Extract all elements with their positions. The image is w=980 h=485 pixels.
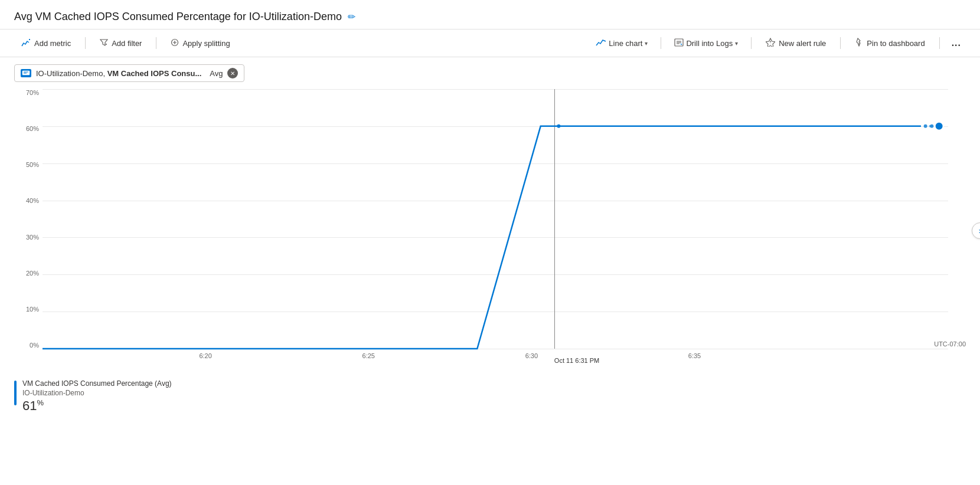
x-label-620: 6:20 (199, 352, 211, 359)
utc-label: UTC-07:00 (934, 340, 966, 348)
y-label-70: 70% (26, 89, 43, 96)
apply-splitting-icon (171, 38, 179, 48)
metric-metric-text: VM Cached IOPS Consu... (107, 69, 202, 78)
legend-subtitle: IO-Utilization-Demo (22, 389, 172, 397)
toolbar-left: Add metric Add filter (14, 35, 590, 52)
svg-point-9 (936, 124, 940, 128)
title-bar: Avg VM Cached IOPS Consumed Percentage f… (0, 0, 980, 29)
add-filter-icon (100, 38, 108, 48)
metric-pill-avg: Avg (210, 69, 223, 78)
metric-pill-close-button[interactable]: ✕ (227, 68, 238, 78)
metric-pill-name: IO-Utilization-Demo, VM Cached IOPS Cons… (36, 69, 201, 78)
drill-logs-button[interactable]: Drill into Logs ▾ (668, 35, 744, 52)
chart-svg (43, 89, 948, 349)
metric-area: IO-Utilization-Demo, VM Cached IOPS Cons… (0, 57, 980, 89)
apply-splitting-button[interactable]: Apply splitting (164, 35, 237, 52)
x-axis: 6:20 6:25 6:30 Oct 11 6:31 PM 6:35 (43, 349, 948, 372)
legend-number: 61 (22, 398, 37, 413)
y-label-10: 10% (26, 306, 43, 313)
metric-name-text: IO-Utilization-Demo (36, 69, 103, 78)
legend-text: VM Cached IOPS Consumed Percentage (Avg)… (22, 379, 172, 414)
separator-3 (661, 37, 661, 49)
legend-value: 61% (22, 398, 172, 414)
more-options-button[interactable]: ... (947, 34, 966, 52)
line-chart-chevron: ▾ (645, 40, 648, 47)
edit-icon[interactable]: ✏ (348, 11, 355, 22)
vm-icon (21, 69, 31, 77)
legend-title: VM Cached IOPS Consumed Percentage (Avg) (22, 379, 172, 388)
x-label-630: 6:30 (525, 352, 538, 359)
pin-dashboard-button[interactable]: Pin to dashboard (848, 34, 932, 52)
legend-color-bar (14, 381, 17, 405)
add-metric-icon (21, 38, 31, 48)
separator-1 (85, 37, 86, 49)
chart-plot (43, 89, 948, 349)
new-alert-icon (766, 38, 775, 48)
separator-5 (840, 37, 841, 49)
legend: VM Cached IOPS Consumed Percentage (Avg)… (0, 372, 980, 421)
legend-item: VM Cached IOPS Consumed Percentage (Avg)… (14, 379, 966, 414)
toolbar: Add metric Add filter (0, 29, 980, 57)
pin-icon (855, 38, 863, 48)
drill-logs-icon (674, 38, 684, 48)
apply-splitting-label: Apply splitting (182, 39, 230, 48)
line-chart-label: Line chart (609, 39, 642, 48)
add-metric-button[interactable]: Add metric (14, 35, 78, 52)
x-label-625: 6:25 (362, 352, 375, 359)
expand-button[interactable]: › (972, 222, 980, 239)
drill-logs-label: Drill into Logs (686, 39, 733, 48)
separator-4 (751, 37, 752, 49)
page: Avg VM Cached IOPS Consumed Percentage f… (0, 0, 980, 485)
x-label-635: 6:35 (688, 352, 701, 359)
page-title: Avg VM Cached IOPS Consumed Percentage f… (14, 11, 342, 23)
new-alert-label: New alert rule (779, 39, 826, 48)
new-alert-rule-button[interactable]: New alert rule (759, 34, 833, 52)
svg-point-7 (924, 124, 927, 128)
more-options-icon: ... (952, 38, 961, 48)
add-metric-label: Add metric (34, 39, 71, 48)
add-filter-button[interactable]: Add filter (93, 35, 149, 52)
y-label-30: 30% (26, 234, 43, 241)
svg-point-8 (930, 124, 933, 128)
line-chart-icon (596, 38, 606, 48)
y-label-40: 40% (26, 197, 43, 204)
metric-pill: IO-Utilization-Demo, VM Cached IOPS Cons… (14, 64, 244, 82)
chart-container: 70% 60% 50% 40% 30% 20% 10% 0% (0, 89, 980, 372)
separator-6 (939, 37, 940, 49)
chart-inner: 70% 60% 50% 40% 30% 20% 10% 0% (14, 89, 966, 372)
pin-dashboard-label: Pin to dashboard (867, 39, 925, 48)
svg-point-4 (557, 124, 560, 128)
y-label-0: 0% (30, 342, 43, 349)
toolbar-right: Line chart ▾ Drill into Logs ▾ (590, 34, 966, 52)
separator-2 (156, 37, 156, 49)
drill-logs-chevron: ▾ (735, 40, 738, 47)
y-label-50: 50% (26, 161, 43, 168)
y-label-20: 20% (26, 270, 43, 277)
add-filter-label: Add filter (112, 39, 142, 48)
y-label-60: 60% (26, 125, 43, 132)
y-axis: 70% 60% 50% 40% 30% 20% 10% 0% (14, 89, 43, 349)
legend-unit: % (37, 398, 44, 407)
line-chart-button[interactable]: Line chart ▾ (590, 35, 654, 52)
x-label-date: Oct 11 6:31 PM (554, 357, 599, 364)
